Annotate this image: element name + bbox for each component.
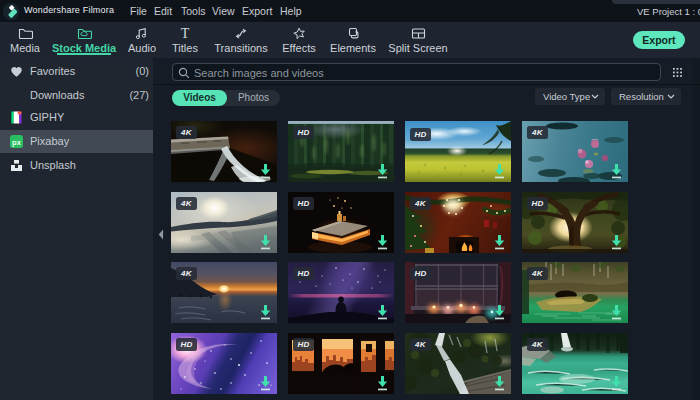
svg-text:px: px bbox=[12, 138, 22, 147]
